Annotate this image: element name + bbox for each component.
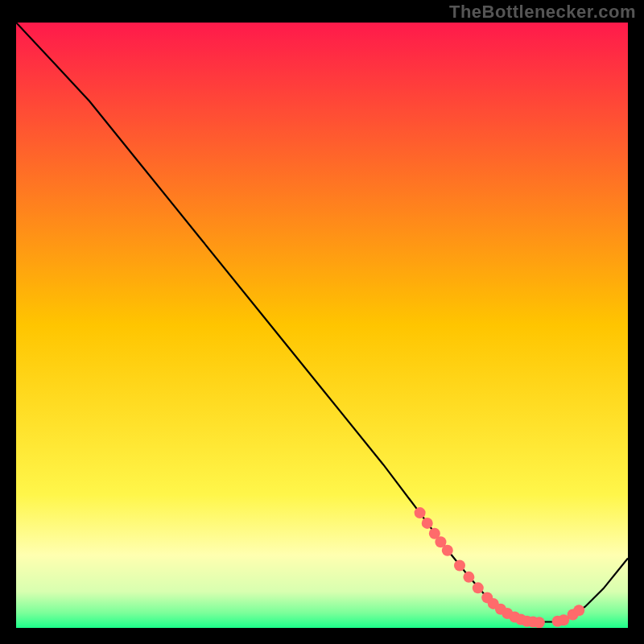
marker-point <box>463 572 474 583</box>
chart-frame: TheBottlenecker.com <box>0 0 644 644</box>
marker-point <box>473 582 484 593</box>
marker-point <box>454 560 465 572</box>
marker-point <box>534 617 545 628</box>
marker-point <box>573 605 584 616</box>
chart-svg <box>16 23 628 628</box>
plot-area <box>16 23 628 628</box>
marker-point <box>422 518 433 529</box>
watermark-text: TheBottlenecker.com <box>449 2 636 23</box>
gradient-background <box>16 23 628 628</box>
marker-point <box>442 545 453 556</box>
marker-point <box>415 507 426 518</box>
